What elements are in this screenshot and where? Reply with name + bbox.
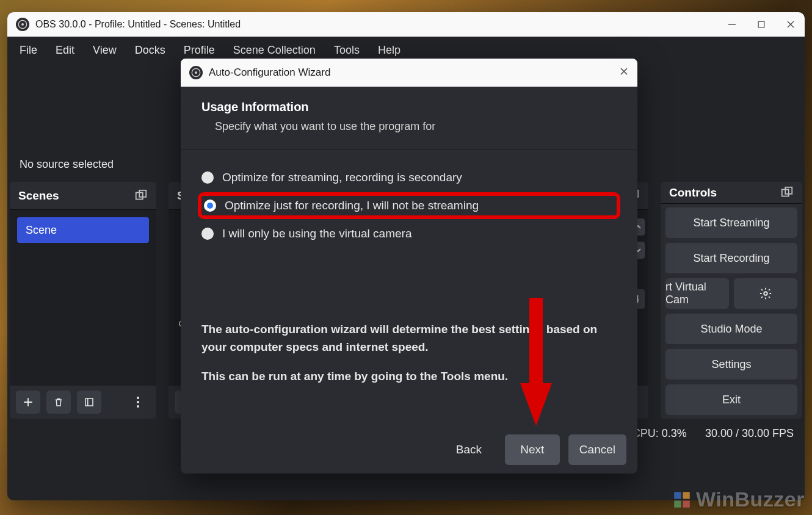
scenes-dock-title: Scenes xyxy=(18,189,59,203)
scene-item[interactable]: Scene xyxy=(17,217,149,243)
svg-point-1 xyxy=(21,23,24,26)
start-virtual-cam-button[interactable]: rt Virtual Cam xyxy=(665,278,729,309)
svg-point-10 xyxy=(137,397,139,399)
cpu-usage: CPU: 0.3% xyxy=(633,427,687,440)
start-recording-button[interactable]: Start Recording xyxy=(665,243,797,273)
start-streaming-button[interactable]: Start Streaming xyxy=(665,207,797,238)
wizard-close-button[interactable] xyxy=(619,67,629,79)
popout-icon[interactable] xyxy=(780,186,794,200)
radio-optimize-streaming[interactable]: Optimize for streaming, recording is sec… xyxy=(201,164,617,191)
obs-logo-icon xyxy=(189,66,203,79)
wizard-titlebar: Auto-Configuration Wizard xyxy=(181,59,637,87)
obs-logo-icon xyxy=(16,18,29,31)
radio-label: Optimize for streaming, recording is sec… xyxy=(222,171,462,184)
fps-display: 30.00 / 30.00 FPS xyxy=(705,427,794,440)
settings-button[interactable]: Settings xyxy=(665,349,797,380)
exit-button[interactable]: Exit xyxy=(665,384,797,415)
svg-rect-32 xyxy=(674,500,681,507)
next-button[interactable]: Next xyxy=(505,434,560,465)
menu-help[interactable]: Help xyxy=(371,40,408,60)
menu-file[interactable]: File xyxy=(12,40,45,60)
radio-virtual-camera[interactable]: I will only be using the virtual camera xyxy=(201,220,617,247)
wizard-description: The auto-configuration wizard will deter… xyxy=(201,320,617,385)
svg-point-12 xyxy=(137,405,139,408)
svg-rect-33 xyxy=(683,500,689,507)
svg-rect-8 xyxy=(85,398,93,406)
no-source-label: No source selected xyxy=(20,158,114,171)
radio-dot-icon xyxy=(204,200,216,212)
scene-add-button[interactable] xyxy=(16,391,40,414)
studio-mode-button[interactable]: Studio Mode xyxy=(665,314,797,344)
popout-icon[interactable] xyxy=(134,189,148,203)
svg-point-11 xyxy=(137,401,139,403)
wizard-footer: Back Next Cancel xyxy=(181,426,637,474)
menu-scene-collection[interactable]: Scene Collection xyxy=(226,40,323,60)
wizard-header: Usage Information Specify what you want … xyxy=(181,87,637,149)
radio-label: I will only be using the virtual camera xyxy=(222,227,411,240)
wizard-heading: Usage Information xyxy=(201,100,617,114)
controls-dock: Controls Start Streaming Start Recording… xyxy=(661,182,802,419)
window-title: OBS 30.0.0 - Profile: Untitled - Scenes:… xyxy=(35,19,241,30)
menu-tools[interactable]: Tools xyxy=(327,40,367,60)
wizard-title-text: Auto-Configuration Wizard xyxy=(209,67,330,79)
watermark: WinBuzzer xyxy=(672,488,805,511)
svg-rect-3 xyxy=(758,21,764,27)
menu-view[interactable]: View xyxy=(85,40,124,60)
scene-filter-button[interactable] xyxy=(77,391,101,414)
watermark-logo-icon xyxy=(672,489,692,510)
menu-edit[interactable]: Edit xyxy=(48,40,82,60)
window-minimize-button[interactable] xyxy=(727,19,738,30)
controls-dock-title: Controls xyxy=(669,186,717,200)
menu-profile[interactable]: Profile xyxy=(176,40,222,60)
radio-dot-icon xyxy=(201,171,214,184)
cancel-button[interactable]: Cancel xyxy=(568,434,626,465)
auto-config-wizard-dialog: Auto-Configuration Wizard Usage Informat… xyxy=(181,59,637,474)
window-maximize-button[interactable] xyxy=(756,19,767,30)
scenes-dock: Scenes Scene xyxy=(10,182,156,419)
scene-remove-button[interactable] xyxy=(46,391,71,414)
radio-dot-icon xyxy=(201,228,214,240)
window-close-button[interactable] xyxy=(785,19,796,30)
svg-rect-31 xyxy=(683,492,689,499)
window-titlebar: OBS 30.0.0 - Profile: Untitled - Scenes:… xyxy=(7,12,805,37)
gear-icon xyxy=(759,287,772,300)
scene-more-button[interactable] xyxy=(126,391,150,414)
virtual-cam-settings-button[interactable] xyxy=(734,278,797,309)
wizard-subheading: Specify what you want to use the program… xyxy=(201,120,617,133)
svg-point-22 xyxy=(764,292,767,295)
radio-optimize-recording[interactable]: Optimize just for recording, I will not … xyxy=(198,192,620,219)
radio-label: Optimize just for recording, I will not … xyxy=(225,199,479,212)
menu-docks[interactable]: Docks xyxy=(128,40,173,60)
svg-rect-30 xyxy=(674,492,681,499)
svg-point-27 xyxy=(195,71,197,74)
back-button[interactable]: Back xyxy=(441,434,496,465)
